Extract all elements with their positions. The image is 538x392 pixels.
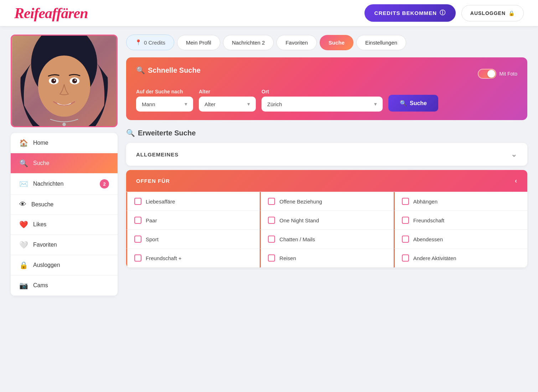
sidebar-item-label: Ausloggen — [33, 262, 60, 268]
checkbox-control[interactable] — [402, 254, 409, 262]
checkbox-one-night-stand[interactable]: One Night Stand — [260, 211, 393, 230]
tab-einstellungen-label: Einstellungen — [365, 40, 397, 46]
sidebar-item-label: Favoriten — [33, 242, 57, 248]
chevron-down-icon: ▾ — [247, 101, 250, 107]
logo: Reifeaffären — [14, 5, 88, 22]
checkbox-control[interactable] — [268, 198, 275, 205]
checkbox-abhaengen[interactable]: Abhängen — [394, 192, 527, 211]
search-fields: Auf der Suche nach Mann ▾ Alter Alter ▾ … — [136, 89, 517, 112]
checkbox-control[interactable] — [402, 217, 409, 224]
lock-icon: 🔒 — [508, 10, 515, 16]
checkbox-freundschaft[interactable]: Freundschaft — [394, 211, 527, 230]
checkbox-control[interactable] — [268, 236, 275, 243]
checkbox-control[interactable] — [268, 254, 275, 262]
ort-field: Ort Zürich ▾ — [262, 89, 383, 112]
home-icon: 🏠 — [19, 139, 28, 147]
svg-point-9 — [62, 123, 66, 126]
sidebar-item-suche[interactable]: 🔍 Suche — [11, 153, 118, 174]
logout-button-label: AUSLOGGEN — [470, 10, 506, 16]
schnelle-suche-title: 🔍 Schnelle Suche — [136, 66, 201, 74]
tab-nachrichten-label: Nachrichten 2 — [232, 40, 265, 46]
erweiterte-suche-title: 🔍 Erweiterte Suche — [126, 129, 527, 137]
allgemeines-header[interactable]: ALLGEMEINES ⌄ — [126, 143, 527, 166]
sidebar-nav: 🏠 Home 🔍 Suche ✉️ Nachrichten 2 👁 Besuch… — [11, 133, 118, 296]
toggle-knob — [487, 70, 495, 78]
checkbox-reisen[interactable]: Reisen — [260, 249, 393, 268]
credits-button[interactable]: CREDITS BEKOMMEN ⓘ — [364, 4, 456, 22]
ort-select[interactable]: Zürich ▾ — [262, 97, 383, 112]
checkbox-abendessen[interactable]: Abendessen — [394, 230, 527, 249]
main-layout: 🏠 Home 🔍 Suche ✉️ Nachrichten 2 👁 Besuch… — [0, 26, 538, 304]
sidebar-item-cams[interactable]: 📷 Cams — [11, 275, 118, 296]
tab-favoriten-label: Favoriten — [285, 40, 308, 46]
checkbox-label: Sport — [146, 236, 159, 242]
checkbox-offene-beziehung[interactable]: Offene Beziehung — [260, 192, 393, 211]
search-icon-btn: 🔍 — [400, 100, 407, 107]
checkbox-control[interactable] — [134, 236, 141, 243]
tab-credits[interactable]: 📍 0 Credits — [126, 35, 174, 50]
auf-der-suche-field: Auf der Suche nach Mann ▾ — [136, 89, 193, 112]
sidebar-item-besuche[interactable]: 👁 Besuche — [11, 195, 118, 215]
search-icon-erw: 🔍 — [126, 129, 135, 137]
credits-button-label: CREDITS BEKOMMEN — [374, 10, 437, 16]
profile-photo — [11, 35, 118, 127]
sidebar: 🏠 Home 🔍 Suche ✉️ Nachrichten 2 👁 Besuch… — [11, 35, 118, 296]
logout-button[interactable]: AUSLOGGEN 🔒 — [461, 5, 524, 21]
alter-label: Alter — [199, 89, 256, 94]
profile-image — [12, 36, 117, 126]
tab-mein-profil[interactable]: Mein Profil — [177, 35, 220, 50]
checkbox-freundschaft-plus[interactable]: Freundschaft + — [126, 249, 260, 268]
checkbox-label: Andere Aktivitäten — [413, 255, 456, 261]
schnelle-suche-box: 🔍 Schnelle Suche Mit Foto Auf der Suche … — [126, 57, 527, 120]
checkbox-label: One Night Stand — [279, 217, 319, 223]
alter-select[interactable]: Alter ▾ — [199, 97, 256, 112]
suche-button[interactable]: 🔍 Suche — [388, 95, 438, 112]
checkbox-chatten-mails[interactable]: Chatten / Mails — [260, 230, 393, 249]
chevron-down-icon: ▾ — [374, 101, 377, 107]
ort-value: Zürich — [267, 101, 282, 107]
sidebar-item-ausloggen[interactable]: 🔒 Ausloggen — [11, 255, 118, 275]
checkbox-control[interactable] — [402, 198, 409, 205]
checkbox-liebesaffaere[interactable]: Liebesaffäre — [126, 192, 260, 211]
sidebar-item-likes[interactable]: ❤️ Likes — [11, 215, 118, 235]
checkbox-control[interactable] — [134, 254, 141, 262]
tab-nachrichten[interactable]: Nachrichten 2 — [223, 35, 274, 50]
header: Reifeaffären CREDITS BEKOMMEN ⓘ AUSLOGGE… — [0, 0, 538, 26]
checkbox-control[interactable] — [402, 236, 409, 243]
sidebar-item-favoriten[interactable]: 🤍 Favoriten — [11, 235, 118, 255]
sidebar-item-label: Suche — [33, 160, 49, 166]
checkbox-control[interactable] — [134, 217, 141, 224]
checkbox-label: Offene Beziehung — [279, 198, 322, 205]
location-pin-icon: 📍 — [135, 39, 142, 46]
toggle-switch[interactable] — [478, 69, 496, 79]
offen-fuer-title: OFFEN FÜR — [136, 178, 170, 184]
checkbox-sport[interactable]: Sport — [126, 230, 260, 249]
allgemeines-title: ALLGEMEINES — [136, 151, 179, 158]
checkbox-label: Freundschaft + — [146, 255, 181, 261]
auf-der-suche-select[interactable]: Mann ▾ — [136, 97, 193, 112]
offen-fuer-header[interactable]: OFFEN FÜR ‹ — [126, 170, 527, 192]
nachrichten-badge: 2 — [100, 179, 109, 189]
sidebar-item-home[interactable]: 🏠 Home — [11, 133, 118, 153]
checkbox-label: Chatten / Mails — [279, 236, 315, 242]
checkbox-label: Liebesaffäre — [146, 198, 175, 205]
sidebar-item-nachrichten[interactable]: ✉️ Nachrichten 2 — [11, 174, 118, 195]
chevron-left-icon: ‹ — [515, 177, 517, 185]
checkbox-control[interactable] — [268, 217, 275, 224]
allgemeines-accordion: ALLGEMEINES ⌄ — [126, 143, 527, 166]
tab-favoriten[interactable]: Favoriten — [276, 35, 317, 50]
mit-foto-toggle: Mit Foto — [478, 69, 517, 79]
tab-credits-label: 0 Credits — [144, 40, 165, 46]
svg-point-4 — [51, 78, 56, 83]
offen-fuer-grid: Liebesaffäre Offene Beziehung Abhängen P… — [126, 192, 527, 268]
svg-point-7 — [72, 78, 77, 83]
checkbox-control[interactable] — [134, 198, 141, 205]
header-right: CREDITS BEKOMMEN ⓘ AUSLOGGEN 🔒 — [364, 4, 524, 22]
heart-icon: ❤️ — [19, 220, 28, 229]
tab-einstellungen[interactable]: Einstellungen — [356, 35, 406, 50]
checkbox-andere-aktivitaeten[interactable]: Andere Aktivitäten — [394, 249, 527, 268]
checkbox-paar[interactable]: Paar — [126, 211, 260, 230]
suche-btn-label: Suche — [410, 100, 427, 107]
sidebar-item-label: Nachrichten — [33, 181, 63, 187]
tab-suche[interactable]: Suche — [320, 35, 353, 50]
